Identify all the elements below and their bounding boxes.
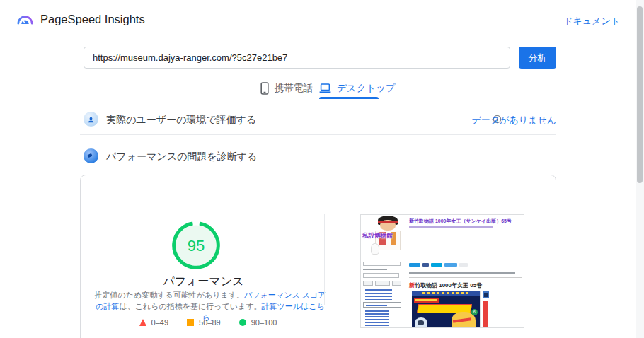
scrollbar-thumb[interactable] bbox=[637, 6, 643, 183]
tags-placeholder bbox=[409, 272, 515, 274]
placeholder-text-line bbox=[363, 269, 387, 270]
cover-spine bbox=[480, 291, 490, 328]
tab-desktop[interactable]: デスクトップ bbox=[319, 79, 396, 98]
volume-badge: 6 bbox=[471, 309, 478, 315]
analyze-button[interactable]: 分析 bbox=[519, 47, 556, 69]
hatena-button bbox=[431, 263, 442, 267]
character-headband bbox=[378, 221, 398, 223]
legend-average-range: 50–89 bbox=[199, 318, 221, 327]
article-heading: 新竹取物語 1000年女王 05巻 bbox=[409, 281, 482, 289]
new-badge: 新 bbox=[409, 282, 415, 289]
social-share-buttons bbox=[409, 263, 468, 267]
line-button bbox=[444, 263, 457, 267]
orange-square-icon bbox=[187, 319, 194, 326]
field-data-icon bbox=[84, 112, 98, 127]
tab-mobile-label: 携帯電話 bbox=[275, 82, 313, 95]
cover-header-strip bbox=[412, 291, 480, 296]
breadcrumb-placeholder bbox=[409, 226, 493, 228]
sidebar-link-list bbox=[365, 289, 392, 300]
red-triangle-icon bbox=[139, 319, 146, 326]
card-vertical-divider bbox=[324, 214, 325, 305]
url-input[interactable] bbox=[84, 47, 510, 69]
score-legend: 0–49 50–89 90–100 bbox=[81, 318, 335, 327]
sidebar-link-list-2 bbox=[365, 310, 389, 328]
desktop-icon bbox=[319, 83, 331, 93]
site-screenshot-thumbnail[interactable]: 私設博物館 新竹取物語 1000年女王（サンケイ出版）65号 bbox=[360, 214, 524, 328]
performance-report-card: 95 パフォーマンス 推定値のため変動する可能性があります。パフォーマンス スコ… bbox=[80, 175, 556, 338]
legend-pass-range: 90–100 bbox=[251, 318, 277, 327]
performance-score-gauge[interactable]: 95 bbox=[171, 221, 221, 270]
section-divider bbox=[80, 134, 556, 135]
share-button bbox=[459, 263, 468, 267]
disclaimer-text: 推定値のため変動する可能性があります。 bbox=[95, 291, 245, 299]
performance-metric-label: パフォーマンス bbox=[81, 274, 326, 289]
pagespeed-logo-icon bbox=[16, 11, 35, 30]
sidebar-button-placeholder bbox=[392, 281, 401, 286]
site-name-text: 私設博物館 bbox=[362, 232, 393, 240]
app-header: PageSpeed Insights ドキュメント bbox=[0, 0, 644, 40]
phone-icon bbox=[260, 82, 269, 95]
app-title: PageSpeed Insights bbox=[40, 13, 145, 26]
cat-illustration bbox=[371, 243, 379, 255]
article-heading-text: 竹取物語 1000年女王 05巻 bbox=[415, 282, 482, 289]
post-title-link: 新竹取物語 1000年女王（サンケイ出版）65号 bbox=[409, 218, 524, 224]
sidebar-search-placeholder bbox=[363, 273, 399, 278]
diagnose-section-title: パフォーマンスの問題を診断する bbox=[106, 151, 257, 163]
diagnose-icon bbox=[84, 148, 98, 163]
pagespeed-insights-app: PageSpeed Insights ドキュメント 分析 携帯電話 デスクトップ… bbox=[0, 0, 644, 338]
gauge-needle bbox=[87, 153, 92, 158]
disclaimer-text-2: は、これらの指標を基に行っています。 bbox=[119, 302, 261, 310]
legend-item-fail: 0–49 bbox=[139, 318, 168, 327]
no-data-status[interactable]: データがありません bbox=[472, 114, 556, 127]
performance-score-value: 95 bbox=[188, 237, 205, 255]
legend-item-pass: 90–100 bbox=[239, 318, 277, 327]
facebook-button bbox=[422, 263, 429, 267]
green-circle-icon bbox=[239, 319, 246, 326]
spine-red-title bbox=[483, 301, 488, 327]
tab-desktop-label: デスクトップ bbox=[337, 82, 396, 95]
thumbnail-divider bbox=[409, 277, 522, 278]
vertical-scrollbar[interactable] bbox=[636, 0, 644, 338]
tab-mobile[interactable]: 携帯電話 bbox=[260, 79, 313, 98]
field-section-title: 実際のユーザーの環境で評価する bbox=[106, 114, 256, 127]
legend-fail-range: 0–49 bbox=[151, 318, 168, 327]
legend-item-average: 50–89 bbox=[187, 318, 221, 327]
documentation-link[interactable]: ドキュメント bbox=[563, 15, 620, 28]
cover-globe-art bbox=[415, 317, 427, 328]
manga-cover-image: 6 bbox=[412, 291, 480, 328]
sidebar-button-placeholder bbox=[375, 281, 390, 286]
sidebar-button-placeholder bbox=[363, 281, 373, 286]
tweet-button bbox=[409, 263, 420, 267]
sidebar-section-box bbox=[363, 302, 401, 308]
sidebar-dropdown-placeholder bbox=[363, 262, 401, 266]
spine-stamp bbox=[483, 291, 489, 298]
cover-series-box bbox=[414, 298, 439, 303]
selected-tab-underline bbox=[319, 97, 379, 99]
